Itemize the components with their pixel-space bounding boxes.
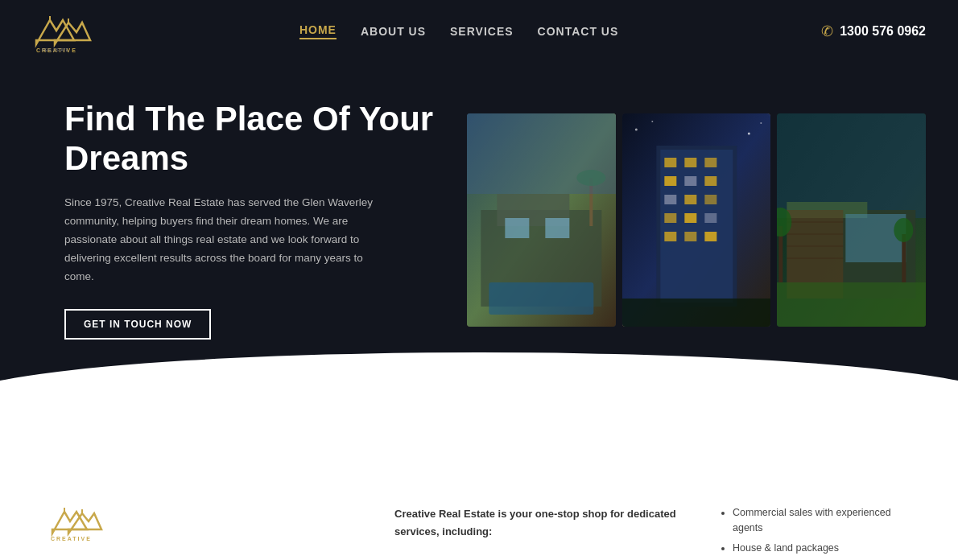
svg-point-36: [748, 132, 750, 134]
section2-right-list: Commercial sales with experienced agents…: [716, 505, 910, 560]
svg-rect-20: [704, 158, 716, 167]
svg-rect-48: [777, 282, 926, 327]
list-item: Commercial sales with experienced agents: [733, 505, 910, 536]
hero-image-2: [622, 113, 771, 327]
svg-rect-30: [664, 232, 676, 241]
section2-right: Commercial sales with experienced agents…: [716, 497, 910, 560]
hero-left: Find The Place Of Your Dreams Since 1975…: [64, 100, 451, 339]
svg-rect-28: [684, 213, 696, 223]
phone-icon: ✆: [821, 23, 833, 40]
svg-rect-11: [545, 218, 569, 238]
svg-rect-9: [489, 282, 593, 315]
svg-point-37: [760, 122, 762, 124]
svg-rect-17: [660, 150, 733, 303]
section2-intro: Creative Real Estate is your one-stop sh…: [394, 505, 676, 541]
svg-rect-21: [664, 176, 676, 186]
list-item: House & land packages: [733, 541, 910, 556]
phone-area: ✆ 1300 576 0962: [821, 23, 926, 40]
svg-rect-18: [664, 158, 676, 167]
svg-rect-25: [684, 195, 696, 204]
cta-button[interactable]: GET IN TOUCH NOW: [64, 309, 211, 340]
header: CREATIVE REAL ESTATE HOME ABOUT US SERVI…: [0, 0, 958, 63]
svg-rect-31: [684, 232, 696, 241]
section2-left: CREATIVE Find The Place Of Your Dreams i…: [48, 497, 354, 560]
hero-image-3: [777, 113, 926, 327]
svg-rect-23: [704, 176, 716, 186]
main-nav: HOME ABOUT US SERVICES CONTACT US: [299, 23, 618, 39]
section2-middle: Creative Real Estate is your one-stop sh…: [394, 497, 676, 560]
hero-section: Find The Place Of Your Dreams Since 1975…: [0, 63, 958, 409]
section2-middle-list: Residential sales with licensed sales ag…: [394, 557, 676, 560]
hero-image-1: [467, 113, 616, 327]
svg-rect-19: [684, 158, 696, 167]
list-item: Residential sales with licensed sales ag…: [411, 557, 676, 560]
svg-rect-26: [704, 195, 716, 204]
svg-rect-10: [505, 218, 529, 238]
svg-rect-27: [664, 213, 676, 223]
svg-rect-24: [664, 195, 676, 204]
svg-text:CREATIVE: CREATIVE: [51, 536, 92, 541]
logo-area: CREATIVE REAL ESTATE: [32, 8, 97, 56]
hero-description: Since 1975, Creative Real Estate has ser…: [64, 194, 386, 286]
nav-home[interactable]: HOME: [299, 23, 337, 39]
svg-rect-14: [467, 113, 616, 194]
svg-point-35: [651, 121, 653, 122]
nav-services[interactable]: SERVICES: [450, 25, 514, 38]
svg-point-34: [635, 128, 638, 130]
svg-rect-22: [684, 176, 696, 186]
logo-icon: CREATIVE REAL ESTATE: [32, 8, 97, 56]
nav-contact[interactable]: CONTACT US: [538, 25, 619, 38]
hero-title: Find The Place Of Your Dreams: [64, 100, 451, 178]
svg-point-52: [894, 218, 914, 242]
svg-rect-33: [622, 299, 771, 327]
phone-number: 1300 576 0962: [840, 24, 926, 39]
svg-rect-29: [704, 213, 716, 223]
svg-rect-32: [704, 232, 716, 241]
section2: CREATIVE Find The Place Of Your Dreams i…: [0, 449, 958, 560]
nav-about[interactable]: ABOUT US: [361, 25, 426, 38]
svg-text:REAL ESTATE: REAL ESTATE: [42, 47, 69, 52]
section2-logo: CREATIVE: [48, 497, 354, 545]
hero-images: [467, 113, 926, 327]
